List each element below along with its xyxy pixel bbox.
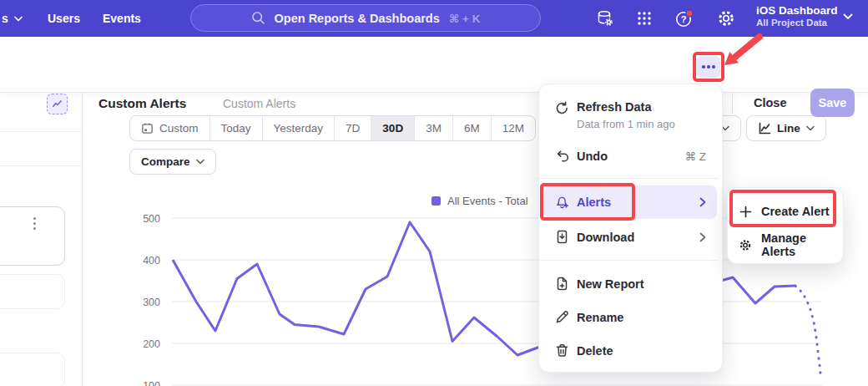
range-3m[interactable]: 3M (414, 116, 452, 140)
settings-gear-icon (716, 8, 736, 28)
range-today[interactable]: Today (209, 116, 262, 140)
submenu-item-create-alert[interactable]: Create Alert (728, 195, 843, 228)
sidebar-card[interactable] (0, 206, 65, 266)
plus-icon (739, 206, 752, 218)
legend-swatch (431, 196, 441, 206)
new-report-icon (555, 277, 569, 291)
notification-badge (686, 10, 693, 17)
menu-item-download[interactable]: Download (544, 221, 717, 253)
range-30d-selected[interactable]: 30D (371, 116, 414, 140)
help-button[interactable]: ? (674, 8, 695, 29)
svg-text:100: 100 (143, 380, 160, 386)
svg-text:500: 500 (143, 213, 160, 225)
undo-icon (555, 149, 569, 163)
chevron-down-icon (14, 16, 23, 22)
compare-button[interactable]: Compare (129, 149, 216, 175)
help-icon: ? (674, 8, 695, 29)
search-placeholder: Open Reports & Dashboards (275, 12, 440, 25)
menu-divider (534, 260, 719, 261)
apps-button[interactable] (633, 8, 655, 29)
sidebar-card[interactable] (0, 353, 65, 386)
line-chart-icon (758, 122, 771, 135)
svg-text:400: 400 (143, 255, 160, 267)
menu-item-refresh-data[interactable]: Refresh Data Data from 1 min ago (544, 93, 717, 136)
svg-text:?: ? (681, 14, 687, 24)
undo-shortcut: ⌘ Z (685, 150, 707, 163)
range-12m[interactable]: 12M (491, 116, 535, 140)
gear-icon (739, 238, 752, 252)
sidebar-divider (0, 131, 83, 132)
legend-label: All Events - Total (447, 195, 528, 207)
sidebar-panel (0, 92, 83, 386)
svg-text:200: 200 (143, 338, 160, 350)
chevron-down-icon (806, 125, 815, 131)
menu-item-new-report[interactable]: New Report (544, 267, 717, 300)
alerts-submenu: Create Alert Manage Alerts (727, 187, 844, 264)
refresh-caption: Data from 1 min ago (577, 118, 675, 130)
bell-plus-icon (555, 195, 569, 210)
data-icon (595, 8, 615, 28)
more-button-annotation-box (693, 52, 724, 82)
apps-grid-icon (635, 9, 654, 28)
sidebar-card[interactable] (0, 274, 65, 309)
nav-item-partial[interactable]: s (2, 0, 23, 37)
range-custom[interactable]: Custom (130, 116, 209, 140)
breadcrumb: Custom Alerts (223, 97, 295, 110)
menu-item-alerts[interactable]: Alerts (544, 185, 717, 219)
menu-item-undo[interactable]: Undo ⌘ Z (544, 140, 717, 172)
range-yesterday[interactable]: Yesterday (262, 116, 335, 140)
menu-item-delete[interactable]: Delete (544, 334, 717, 367)
page-title: Custom Alerts (98, 96, 186, 111)
data-management-button[interactable] (594, 8, 616, 29)
download-icon (555, 230, 569, 244)
menu-item-rename[interactable]: Rename (544, 301, 717, 333)
divider (732, 92, 733, 114)
nav-item-events[interactable]: Events (103, 0, 141, 37)
top-navbar: s Users Events Open Reports & Dashboards… (0, 0, 868, 37)
date-range-segmented-control: Custom Today Yesterday 7D 30D 3M 6M 12M (129, 115, 536, 141)
more-options-menu: Refresh Data Data from 1 min ago Undo ⌘ … (538, 84, 723, 373)
refresh-icon (555, 101, 569, 115)
sidebar-divider (0, 165, 83, 166)
range-7d[interactable]: 7D (334, 116, 371, 140)
chart-legend: All Events - Total (431, 195, 528, 207)
chevron-right-icon (699, 232, 706, 242)
close-button[interactable]: Close (754, 96, 787, 109)
more-options-button[interactable] (697, 56, 720, 78)
kebab-menu-icon[interactable] (33, 217, 36, 230)
calendar-icon (141, 122, 154, 135)
search-icon (251, 11, 265, 25)
nav-item-users[interactable]: Users (48, 0, 80, 37)
trash-icon (555, 343, 569, 358)
report-header: Custom Alerts Custom Alerts GV Duplicate… (0, 37, 868, 92)
chevron-down-icon (843, 13, 853, 20)
submenu-item-manage-alerts[interactable]: Manage Alerts (728, 228, 843, 262)
mini-chart-icon (52, 99, 63, 109)
menu-divider (534, 178, 719, 179)
chevron-right-icon (699, 197, 706, 207)
global-search-input[interactable]: Open Reports & Dashboards ⌘ + K (190, 4, 541, 32)
search-shortcut: ⌘ + K (449, 12, 481, 25)
settings-button[interactable] (715, 8, 737, 29)
save-button[interactable]: Save (810, 89, 855, 117)
report-type-icon (47, 94, 68, 114)
chevron-down-icon (196, 159, 204, 165)
range-6m[interactable]: 6M (452, 116, 491, 140)
chart-type-button[interactable]: Line (746, 115, 826, 141)
app-root: 100200300400500 All Events - Total Custo… (0, 0, 868, 386)
pencil-icon (555, 310, 569, 324)
svg-text:300: 300 (143, 297, 160, 308)
